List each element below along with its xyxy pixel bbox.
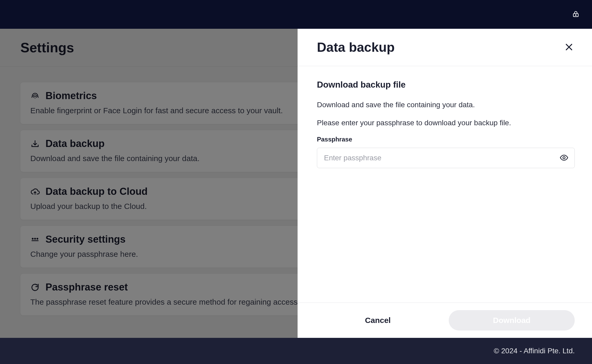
modal-header: Data backup [298, 29, 592, 66]
page-footer: © 2024 - Affinidi Pte. Ltd. [0, 338, 592, 364]
svg-point-1 [576, 15, 576, 15]
top-bar [0, 0, 592, 29]
lock-icon[interactable] [572, 10, 579, 19]
modal-title: Data backup [317, 40, 395, 55]
close-icon [564, 49, 574, 53]
modal-subtitle: Download backup file [317, 80, 575, 90]
modal-footer: Cancel Download [298, 303, 592, 338]
close-button[interactable] [563, 41, 575, 54]
modal-text-1: Download and save the file containing yo… [317, 100, 575, 110]
modal-text-2: Please enter your passphrase to download… [317, 118, 575, 128]
toggle-visibility-button[interactable] [560, 153, 568, 163]
passphrase-input-wrap [317, 148, 575, 168]
cancel-button[interactable]: Cancel [315, 310, 441, 331]
data-backup-modal: Data backup Download backup file Downloa… [298, 29, 592, 338]
passphrase-input[interactable] [317, 148, 575, 168]
download-button[interactable]: Download [449, 310, 575, 331]
passphrase-label: Passphrase [317, 136, 575, 143]
svg-point-5 [563, 157, 565, 159]
eye-icon [560, 153, 568, 163]
modal-body: Download backup file Download and save t… [298, 66, 592, 303]
copyright-text: © 2024 - Affinidi Pte. Ltd. [494, 347, 575, 355]
